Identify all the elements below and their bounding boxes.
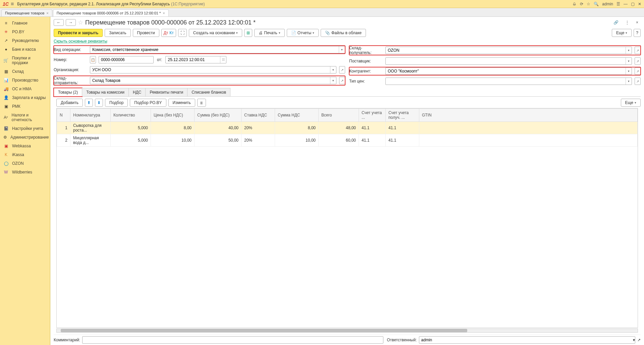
col-qty[interactable]: Количество <box>111 109 151 122</box>
dropdown-icon[interactable]: ▾ <box>626 68 632 75</box>
star-icon[interactable]: ☆ <box>587 2 590 6</box>
col-gtin[interactable]: GTIN <box>419 109 638 122</box>
print-button[interactable]: 🖨 Печать ▾ <box>254 29 284 37</box>
number-lock-icon[interactable]: 📋 <box>90 56 96 63</box>
sidebar-item-ikassa[interactable]: KiKassa <box>0 150 50 159</box>
hide-requisites-link[interactable]: Скрыть основные реквизиты <box>54 38 641 44</box>
sidebar-item-manager[interactable]: ↗Руководителю <box>0 36 50 45</box>
tab-vat[interactable]: НДС <box>128 88 146 96</box>
col-total[interactable]: Всего <box>319 109 359 122</box>
structure-button[interactable]: ⛶ <box>178 29 187 37</box>
sidebar-item-webkassa[interactable]: ▣Webkassa <box>0 142 50 150</box>
op-type-input[interactable] <box>90 47 339 53</box>
col-vat-rate[interactable]: Ставка НДС <box>241 109 275 122</box>
select-poby-button[interactable]: Подбор PO.BY <box>130 99 166 107</box>
more-actions-icon[interactable]: ⋮ <box>623 19 632 26</box>
link-icon[interactable]: 🔗 <box>611 19 621 26</box>
table-more-button[interactable]: Еще ▾ <box>621 99 641 107</box>
bell-icon[interactable]: 🕭 <box>573 2 577 6</box>
sidebar-item-wildberries[interactable]: WWildberries <box>0 168 50 177</box>
sidebar-item-settings[interactable]: 📓Настройки учета <box>0 124 50 133</box>
toolbar-more-button[interactable]: Еще ▾ <box>612 29 632 37</box>
comment-input[interactable] <box>83 337 383 343</box>
open-ref-icon[interactable]: ↗ <box>635 47 641 54</box>
col-n[interactable]: N <box>57 109 70 122</box>
excel-button[interactable]: ⊞ <box>244 29 252 37</box>
open-ref-icon[interactable]: ↗ <box>339 77 345 84</box>
sidebar-item-admin[interactable]: ⚙Администрирование <box>0 133 50 142</box>
sidebar-item-warehouse[interactable]: ▦Склад <box>0 67 50 76</box>
move-down-button[interactable]: ⬇ <box>95 99 103 107</box>
tab-list[interactable]: Перемещение товаров × <box>1 9 52 16</box>
col-acc2[interactable]: Счет учета получ. ... <box>386 109 419 122</box>
date-input[interactable] <box>166 57 220 63</box>
table-horizontal-scrollbar[interactable] <box>56 329 638 333</box>
number-input[interactable] <box>99 57 153 63</box>
barcode-button[interactable]: ⫼ <box>197 99 206 107</box>
tab-print-req[interactable]: Реквизиты печати <box>145 88 187 96</box>
sidebar-item-ozon[interactable]: ◯OZON <box>0 159 50 168</box>
nav-forward-button[interactable]: → <box>66 19 76 26</box>
contr-input[interactable] <box>386 68 626 74</box>
post-close-button[interactable]: Провести и закрыть <box>54 29 103 37</box>
tab-commission[interactable]: Товары на комиссии <box>82 88 129 96</box>
main-menu-icon[interactable]: ≡ <box>11 1 14 7</box>
tab-document[interactable]: Перемещение товаров 0000-000006 от 25.12… <box>53 9 169 16</box>
create-based-button[interactable]: Создать на основании ▾ <box>189 29 243 37</box>
price-type-input[interactable] <box>386 78 626 84</box>
supplier-input[interactable] <box>386 58 626 64</box>
nav-back-button[interactable]: ← <box>54 19 64 26</box>
dropdown-icon[interactable]: ▾ <box>626 78 632 85</box>
open-ref-icon[interactable]: ↗ <box>635 78 641 85</box>
dt-kt-button[interactable]: ДтКт <box>161 29 176 37</box>
user-label[interactable]: admin <box>602 2 613 6</box>
table-row[interactable]: 1 Сыворотка для роста... 5,000 8,00 40,0… <box>57 122 638 134</box>
dropdown-icon[interactable]: ▾ <box>633 338 635 342</box>
open-ref-icon[interactable]: ↗ <box>339 66 345 73</box>
settings-icon[interactable]: ☰ <box>616 2 620 6</box>
post-button[interactable]: Провести <box>133 29 159 37</box>
calendar-icon[interactable]: ☷ <box>220 56 226 63</box>
sidebar-item-assets[interactable]: 🚚ОС и НМА <box>0 85 50 93</box>
open-ref-icon[interactable]: ↗ <box>637 338 641 342</box>
sidebar-item-bank[interactable]: ●Банк и касса <box>0 45 50 54</box>
sidebar-item-rmk[interactable]: ▣РМК <box>0 102 50 111</box>
resp-input[interactable] <box>419 337 633 343</box>
dropdown-icon[interactable]: ▾ <box>330 77 336 84</box>
dropdown-icon[interactable]: ▾ <box>626 47 632 54</box>
table-row[interactable]: 2 Мицеллярная вода д... 5,000 10,00 50,0… <box>57 134 638 147</box>
open-ref-icon[interactable]: ↗ <box>635 57 641 65</box>
sidebar-item-taxes[interactable]: АʸНалоги и отчетность <box>0 111 50 124</box>
org-input[interactable] <box>90 67 330 73</box>
sidebar-item-trade[interactable]: 🛒Покупки и продажи <box>0 54 50 67</box>
sidebar-item-production[interactable]: 📊Производство <box>0 76 50 85</box>
tab-close-icon[interactable]: × <box>163 11 165 15</box>
search-icon[interactable]: 🔍 <box>594 2 599 6</box>
sidebar-item-main[interactable]: ≡Главное <box>0 19 50 28</box>
col-nom[interactable]: Номенклатура <box>70 109 111 122</box>
add-row-button[interactable]: Добавить <box>56 99 83 107</box>
maximize-icon[interactable]: ▢ <box>631 2 635 6</box>
open-ref-icon[interactable]: ↗ <box>635 67 641 75</box>
col-price[interactable]: Цена (без НДС) <box>151 109 195 122</box>
tab-close-icon[interactable]: × <box>46 11 48 15</box>
favorite-star-icon[interactable]: ☆ <box>78 19 83 26</box>
dropdown-icon[interactable]: ▾ <box>330 66 336 73</box>
minimize-icon[interactable]: — <box>624 2 628 6</box>
to-wh-input[interactable] <box>386 47 626 53</box>
dropdown-icon[interactable]: ▾ <box>626 58 632 64</box>
col-sum[interactable]: Сумма (без НДС) <box>195 109 241 122</box>
change-button[interactable]: Изменить <box>168 99 195 107</box>
select-button[interactable]: Подбор <box>105 99 128 107</box>
history-icon[interactable]: ⟳ <box>580 2 583 6</box>
files-cloud-button[interactable]: 📎 Файлы в облаке <box>321 29 366 37</box>
tab-goods[interactable]: Товары (2) <box>54 88 82 97</box>
tab-blanks[interactable]: Списание бланков <box>187 88 230 96</box>
close-icon[interactable]: ✕ <box>638 2 641 6</box>
reports-button[interactable]: 📄 Отчеты ▾ <box>287 29 319 37</box>
dropdown-icon[interactable]: ▾ <box>339 46 345 53</box>
goods-table[interactable]: N Номенклатура Количество Цена (без НДС)… <box>56 108 638 328</box>
save-button[interactable]: Записать <box>105 29 130 37</box>
from-wh-input[interactable] <box>90 78 330 84</box>
col-acc1[interactable]: Счет учета ... <box>359 109 386 122</box>
